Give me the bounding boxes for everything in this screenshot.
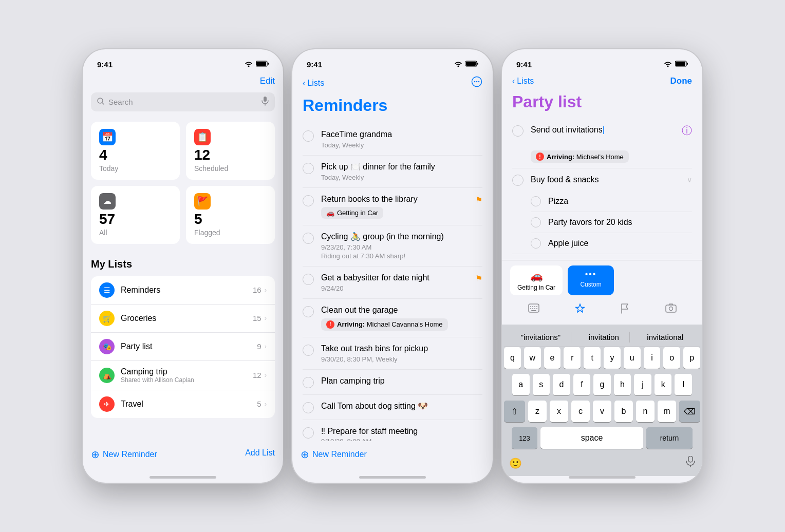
key-shift[interactable]: ⇧	[504, 401, 525, 422]
key-e[interactable]: e	[544, 347, 561, 369]
party-circle-2[interactable]	[512, 175, 524, 186]
sub-circle-apple-juice[interactable]	[531, 238, 541, 249]
key-g[interactable]: g	[593, 374, 611, 395]
reminder-camping[interactable]: Plan camping trip	[303, 370, 482, 395]
more-button-2[interactable]	[471, 76, 482, 90]
getting-in-car-tag: 🚗 Getting in Car	[321, 207, 383, 219]
key-y[interactable]: y	[604, 347, 621, 369]
list-item-camping[interactable]: ⛺ Camping trip Shared with Allison Capla…	[91, 361, 275, 390]
sub-circle-pizza[interactable]	[531, 196, 541, 206]
list-info-groceries: Groceries	[121, 314, 247, 323]
reminder-circle-1[interactable]	[303, 130, 314, 142]
key-o[interactable]: o	[663, 347, 680, 369]
reminder-circle-2[interactable]	[303, 163, 314, 174]
key-l[interactable]: l	[675, 374, 692, 395]
key-space[interactable]: space	[540, 427, 643, 449]
camping-count: 12	[253, 371, 261, 379]
done-button[interactable]: Done	[670, 76, 693, 86]
list-item-groceries[interactable]: 🛒 Groceries 15 ›	[91, 305, 275, 333]
sub-item-pizza[interactable]: Pizza	[531, 191, 692, 212]
reminder-trash[interactable]: Take out trash bins for pickup 9/30/20, …	[303, 337, 482, 370]
key-delete[interactable]: ⌫	[679, 401, 700, 422]
sub-item-apple-juice[interactable]: Apple juice	[531, 233, 692, 254]
key-k[interactable]: k	[655, 374, 672, 395]
party-circle-1[interactable]	[512, 125, 524, 137]
custom-suggestion[interactable]: ••• Custom	[568, 265, 614, 295]
smart-list-flagged[interactable]: 🚩 5 Flagged	[186, 186, 275, 244]
key-v[interactable]: v	[593, 401, 611, 422]
new-reminder-button-1[interactable]: ⊕ New Reminder	[91, 448, 157, 461]
add-list-button[interactable]: Add List	[245, 448, 275, 461]
sub-text-party-favors: Party favors for 20 kids	[548, 218, 632, 227]
sub-item-party-favors[interactable]: Party favors for 20 kids	[531, 212, 692, 233]
key-z[interactable]: z	[528, 401, 547, 422]
reminder-staff[interactable]: ‼ Prepare for staff meeting 9/10/20, 8:0…	[303, 420, 482, 441]
reminder-circle-10[interactable]	[303, 427, 314, 439]
key-123[interactable]: 123	[512, 427, 537, 449]
reminder-babysitter[interactable]: Get a babysitter for date night 9/24/20 …	[303, 267, 482, 299]
reminder-circle-6[interactable]	[303, 306, 314, 317]
list-item-reminders[interactable]: ☰ Reminders 16 ›	[91, 276, 275, 305]
autocomplete-2[interactable]: invitation	[585, 332, 630, 343]
back-button-3[interactable]: ‹ Lists	[512, 77, 534, 86]
reminder-circle-7[interactable]	[303, 345, 314, 356]
smart-list-today[interactable]: 📅 4 Today	[91, 122, 180, 180]
key-f[interactable]: f	[573, 374, 591, 395]
edit-button[interactable]: Edit	[260, 76, 275, 86]
key-p[interactable]: p	[683, 347, 700, 369]
key-w[interactable]: w	[524, 347, 541, 369]
key-t[interactable]: t	[584, 347, 601, 369]
search-bar[interactable]: Search	[91, 92, 275, 111]
key-d[interactable]: d	[553, 374, 570, 395]
key-q[interactable]: q	[504, 347, 521, 369]
key-return[interactable]: return	[646, 427, 693, 449]
key-n[interactable]: n	[636, 401, 655, 422]
smart-list-scheduled[interactable]: 📋 12 Scheduled	[186, 122, 275, 180]
status-time-1: 9:41	[97, 60, 113, 69]
key-m[interactable]: m	[658, 401, 676, 422]
mic-icon-kb[interactable]	[686, 456, 695, 470]
reminder-garage[interactable]: Clean out the garage ! Arriving: Michael…	[303, 299, 482, 337]
reminder-circle-5[interactable]	[303, 274, 314, 285]
key-r[interactable]: r	[564, 347, 581, 369]
key-i[interactable]: i	[644, 347, 661, 369]
list-item-travel[interactable]: ✈ Travel 5 ›	[91, 390, 275, 418]
info-icon[interactable]: ⓘ	[682, 124, 692, 138]
key-h[interactable]: h	[614, 374, 631, 395]
emoji-icon[interactable]: 🙂	[509, 457, 522, 469]
location-icon[interactable]	[575, 303, 585, 316]
chevron-left-icon-2: ‹	[303, 79, 305, 88]
keyboard-icon[interactable]	[528, 303, 539, 316]
reminder-toolbar: 🚗 Getting in Car ••• Custom	[502, 260, 702, 325]
reminder-facetime[interactable]: FaceTime grandma Today, Weekly	[303, 123, 482, 156]
reminder-cycling[interactable]: Cycling 🚴 group (in the morning) 9/23/20…	[303, 225, 482, 267]
list-item-party[interactable]: 🎭 Party list 9 ›	[91, 333, 275, 361]
camera-icon[interactable]	[665, 303, 677, 316]
key-s[interactable]: s	[533, 374, 550, 395]
sub-circle-party-favors[interactable]	[531, 217, 541, 227]
reminder-tom[interactable]: Call Tom about dog sitting 🐶	[303, 395, 482, 420]
reminder-title-7: Take out trash bins for pickup	[321, 344, 482, 354]
reminder-circle-9[interactable]	[303, 402, 314, 413]
key-j[interactable]: j	[634, 374, 651, 395]
reminder-pickup[interactable]: Pick up 🍽️ dinner for the family Today, …	[303, 156, 482, 188]
back-button-2[interactable]: ‹ Lists	[303, 79, 324, 88]
reminder-books[interactable]: Return books to the library 🚗 Getting in…	[303, 188, 482, 226]
party-item-invitations[interactable]: Send out invitations| ⓘ ! Arriving: Mich…	[512, 118, 692, 168]
reminder-content-10: ‼ Prepare for staff meeting 9/10/20, 8:0…	[321, 426, 482, 441]
key-u[interactable]: u	[624, 347, 641, 369]
key-c[interactable]: c	[571, 401, 590, 422]
getting-in-car-suggestion[interactable]: 🚗 Getting in Car	[510, 265, 563, 295]
key-b[interactable]: b	[614, 401, 633, 422]
autocomplete-3[interactable]: invitational	[643, 332, 687, 343]
flag-toolbar-icon[interactable]	[621, 303, 630, 316]
key-x[interactable]: x	[550, 401, 568, 422]
reminder-circle-3[interactable]	[303, 195, 314, 206]
autocomplete-1[interactable]: "invitations"	[517, 332, 571, 343]
reminder-circle-4[interactable]	[303, 233, 314, 244]
party-item-food[interactable]: Buy food & snacks ∨ Pizza Party favors f…	[512, 168, 692, 254]
key-a[interactable]: a	[512, 374, 530, 395]
reminder-circle-8[interactable]	[303, 377, 314, 388]
new-reminder-button-2[interactable]: ⊕ New Reminder	[301, 448, 367, 461]
smart-list-all[interactable]: ☁ 57 All	[91, 186, 180, 244]
